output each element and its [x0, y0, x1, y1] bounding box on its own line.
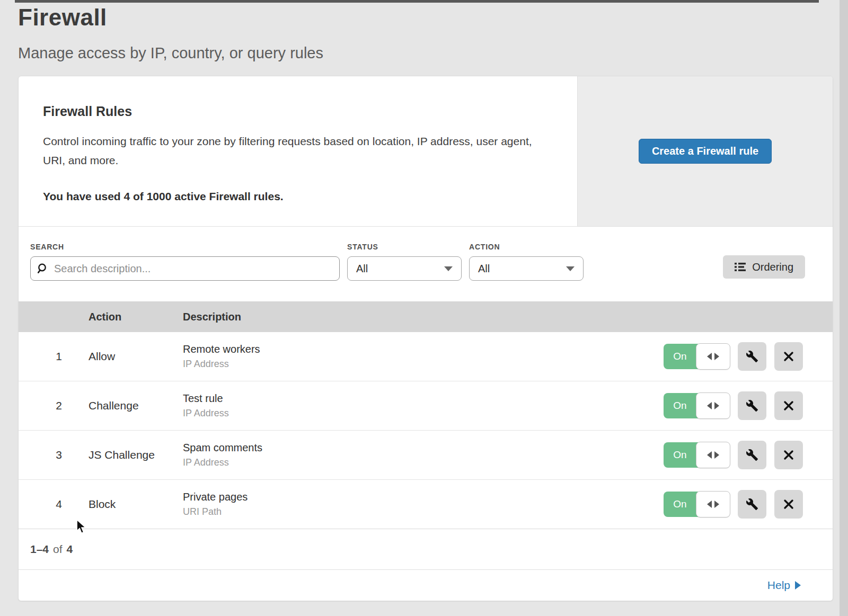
- intro-text-panel: Firewall Rules Control incoming traffic …: [19, 76, 577, 226]
- rule-controls: On: [664, 342, 833, 371]
- intro-section: Firewall Rules Control incoming traffic …: [19, 76, 833, 226]
- help-link[interactable]: Help: [767, 579, 801, 592]
- pagination-of: of: [53, 543, 63, 556]
- wrench-icon: [746, 498, 758, 511]
- page-title: Firewall: [18, 4, 323, 31]
- arrow-right-icon: [714, 501, 719, 508]
- rule-description-title: Remote workers: [183, 343, 664, 355]
- action-selected-value: All: [478, 263, 490, 275]
- toggle-on-label: On: [664, 344, 696, 369]
- table-row: 2 Challenge Test rule IP Address On: [19, 381, 833, 431]
- ordered-list-icon: [735, 262, 746, 272]
- action-select[interactable]: All: [469, 256, 584, 281]
- rule-priority: 2: [40, 399, 78, 412]
- delete-rule-button[interactable]: [774, 490, 803, 519]
- x-icon: [783, 450, 794, 460]
- column-header-action: Action: [89, 311, 183, 323]
- arrow-right-icon: [714, 353, 719, 360]
- window-top-edge: [15, 0, 819, 3]
- pagination-total: 4: [67, 543, 73, 556]
- chevron-down-icon: [444, 266, 453, 271]
- edit-rule-button[interactable]: [738, 490, 766, 519]
- table-row: 3 JS Challenge Spam comments IP Address …: [19, 431, 833, 480]
- window-right-gutter: [840, 0, 848, 616]
- search-box: [30, 256, 340, 281]
- arrow-left-icon: [707, 402, 712, 409]
- rule-match-type: IP Address: [183, 408, 664, 419]
- rule-description-title: Spam comments: [183, 442, 664, 454]
- ordering-button-label: Ordering: [752, 261, 793, 273]
- rule-enabled-toggle[interactable]: On: [664, 492, 730, 517]
- toggle-on-label: On: [664, 492, 696, 517]
- page-subtitle: Manage access by IP, country, or query r…: [18, 44, 323, 62]
- rule-description: Remote workers IP Address: [183, 343, 664, 370]
- arrow-left-icon: [707, 353, 712, 360]
- rule-action: JS Challenge: [89, 449, 183, 461]
- page-header: Firewall Manage access by IP, country, o…: [18, 4, 323, 62]
- toggle-handle[interactable]: [696, 343, 730, 370]
- toggle-handle[interactable]: [696, 491, 730, 517]
- rule-description: Private pages URI Path: [183, 491, 664, 517]
- card-description: Control incoming traffic to your zone by…: [43, 132, 545, 170]
- edit-rule-button[interactable]: [738, 391, 766, 420]
- arrow-left-icon: [707, 501, 712, 508]
- rule-priority: 4: [40, 498, 78, 511]
- status-selected-value: All: [356, 263, 368, 275]
- delete-rule-button[interactable]: [774, 441, 803, 469]
- rule-description: Spam comments IP Address: [183, 442, 664, 468]
- x-icon: [783, 351, 794, 362]
- create-firewall-rule-button[interactable]: Create a Firewall rule: [639, 139, 772, 164]
- pagination-range: 1–4: [30, 543, 49, 556]
- arrow-right-icon: [714, 402, 719, 409]
- rule-action: Challenge: [89, 399, 183, 412]
- action-filter: ACTION All: [469, 243, 584, 281]
- rule-enabled-toggle[interactable]: On: [664, 344, 730, 369]
- rule-controls: On: [664, 441, 833, 469]
- table-header: Action Description: [19, 301, 833, 332]
- rule-enabled-toggle[interactable]: On: [664, 442, 730, 468]
- wrench-icon: [746, 399, 758, 412]
- table-row: 1 Allow Remote workers IP Address On: [19, 332, 833, 381]
- action-label: ACTION: [469, 243, 584, 251]
- delete-rule-button[interactable]: [774, 391, 803, 420]
- toggle-handle[interactable]: [696, 392, 730, 419]
- edit-rule-button[interactable]: [738, 342, 766, 371]
- rule-enabled-toggle[interactable]: On: [664, 393, 730, 418]
- search-filter: SEARCH: [30, 243, 340, 281]
- help-link-label: Help: [767, 579, 790, 592]
- chevron-down-icon: [566, 266, 575, 271]
- pagination: 1–4 of 4: [19, 529, 833, 569]
- delete-rule-button[interactable]: [774, 342, 803, 371]
- card-heading: Firewall Rules: [43, 104, 545, 119]
- arrow-right-icon: [714, 451, 719, 459]
- toggle-on-label: On: [664, 442, 696, 468]
- help-row: Help: [19, 569, 833, 601]
- status-filter: STATUS All: [347, 243, 462, 281]
- create-rule-panel: Create a Firewall rule: [577, 76, 833, 226]
- table-row: 4 Block Private pages URI Path On: [19, 480, 833, 529]
- column-header-description: Description: [183, 311, 241, 323]
- rule-action: Block: [89, 498, 183, 511]
- wrench-icon: [746, 350, 758, 363]
- status-select[interactable]: All: [347, 256, 462, 281]
- rule-description-title: Private pages: [183, 491, 664, 503]
- rule-controls: On: [664, 391, 833, 420]
- wrench-icon: [746, 449, 758, 461]
- edit-rule-button[interactable]: [738, 441, 766, 469]
- rule-match-type: IP Address: [183, 457, 664, 468]
- x-icon: [783, 400, 794, 411]
- rule-priority: 3: [40, 449, 78, 461]
- rule-description-title: Test rule: [183, 392, 664, 405]
- search-input[interactable]: [54, 263, 333, 275]
- x-icon: [783, 499, 794, 510]
- usage-summary: You have used 4 of 1000 active Firewall …: [43, 190, 545, 203]
- rule-controls: On: [664, 490, 833, 519]
- status-label: STATUS: [347, 243, 462, 251]
- rule-match-type: URI Path: [183, 506, 664, 517]
- arrow-left-icon: [707, 451, 712, 459]
- firewall-rules-card: Firewall Rules Control incoming traffic …: [18, 76, 833, 601]
- toggle-handle[interactable]: [696, 442, 730, 468]
- ordering-button[interactable]: Ordering: [723, 255, 805, 279]
- search-label: SEARCH: [30, 243, 340, 251]
- rule-action: Allow: [89, 350, 183, 363]
